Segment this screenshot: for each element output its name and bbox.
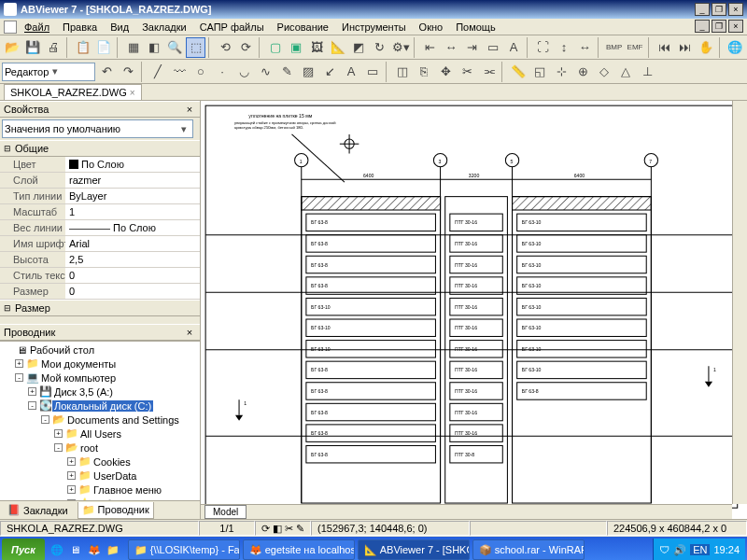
tree-node[interactable]: +📁All Users	[0, 427, 200, 441]
properties-close-icon[interactable]: ×	[183, 104, 196, 115]
menu-bookmarks[interactable]: Закладки	[136, 20, 192, 35]
menu-window[interactable]: Окно	[414, 20, 449, 35]
snap1-icon[interactable]: ⊹	[551, 62, 571, 82]
nav-icon[interactable]: ◧	[144, 37, 163, 58]
prop-row[interactable]: Стиль текста0	[0, 268, 200, 284]
sheet-tab-model[interactable]: Model	[204, 505, 247, 519]
text-icon[interactable]: A	[503, 37, 523, 58]
tree-node[interactable]: 🖥Рабочий стол	[0, 343, 200, 357]
cube-icon[interactable]: ◩	[349, 37, 369, 58]
open-icon[interactable]: 📂	[2, 37, 21, 58]
prop-row[interactable]: Размер0	[0, 284, 200, 300]
maximize-button[interactable]: ❐	[712, 3, 726, 16]
prop-value[interactable]: 2,5	[65, 252, 200, 267]
block-tool-icon[interactable]: ▭	[362, 62, 383, 82]
fith-icon[interactable]: ↔	[575, 37, 595, 58]
explorer-close-icon[interactable]: ×	[183, 327, 196, 338]
tree-toggle-icon[interactable]: -	[15, 373, 23, 382]
settings-icon[interactable]: ⚙▾	[391, 37, 411, 58]
redo-icon[interactable]: ↷	[118, 62, 138, 82]
ql-tc-icon[interactable]: 📁	[105, 541, 121, 558]
next-icon[interactable]: ⏭	[675, 37, 695, 58]
prop-value[interactable]: ———— По Слою	[65, 220, 200, 235]
editor-combo[interactable]: Редактор▾	[2, 63, 95, 81]
save-icon[interactable]: 💾	[22, 37, 42, 58]
move-icon[interactable]: ✥	[435, 62, 456, 82]
tree-toggle-icon[interactable]: +	[67, 485, 76, 494]
copytool-icon[interactable]: ⎘	[414, 62, 434, 82]
ql-firefox-icon[interactable]: 🦊	[86, 541, 103, 558]
taskbar-item[interactable]: 📁{\\LOSIK\temp} - Far	[128, 539, 240, 560]
tray-lang[interactable]: EN	[690, 544, 710, 555]
status-icon-4[interactable]: ✎	[296, 523, 304, 535]
grid-icon[interactable]: ▦	[123, 37, 143, 58]
tab-explorer[interactable]: 📁 Проводник	[78, 502, 154, 519]
mdi-maximize-button[interactable]: ❐	[712, 20, 726, 33]
mdi-close-button[interactable]: ×	[728, 20, 743, 33]
layer-icon[interactable]: ▢	[265, 37, 285, 58]
tree-toggle-icon[interactable]: +	[67, 471, 76, 480]
ql-ie-icon[interactable]: 🌐	[49, 541, 65, 558]
join-icon[interactable]: ⫘	[478, 62, 499, 82]
align-right-icon[interactable]: ⇥	[462, 37, 482, 58]
line-tool-icon[interactable]: ╱	[148, 62, 168, 82]
mdi-minimize-button[interactable]: _	[695, 20, 710, 33]
zoom-icon[interactable]: 🔍	[165, 37, 185, 58]
tray-icon-2[interactable]: 🔊	[673, 544, 686, 556]
start-button[interactable]: Пуск	[2, 539, 45, 560]
menu-help[interactable]: Помощь	[450, 20, 501, 35]
selection-combo[interactable]: Значения по умолчанию▾	[2, 119, 193, 138]
tree-node[interactable]: +📁UserData	[0, 469, 200, 483]
prop-value[interactable]: 1	[65, 204, 200, 219]
snap2-icon[interactable]: ⊕	[572, 62, 593, 82]
status-icon-3[interactable]: ✂	[285, 523, 293, 535]
circle-tool-icon[interactable]: ○	[190, 62, 211, 82]
tree-node[interactable]: -💽Локальный диск (C:)	[0, 399, 200, 413]
snap4-icon[interactable]: △	[615, 62, 636, 82]
break-icon[interactable]: ✂	[457, 62, 477, 82]
tree-node[interactable]: -📂Documents and Settings	[0, 413, 200, 427]
drawing-area[interactable]: 1357 640032006400 БГ 63-8БГ 63-8БГ 63-8Б…	[201, 101, 747, 519]
taskbar-item[interactable]: 📐ABViewer 7 - [SHKOLA...	[358, 539, 470, 560]
clipboard-icon[interactable]: 📄	[94, 37, 114, 58]
arc-tool-icon[interactable]: ◡	[233, 62, 254, 82]
prop-value[interactable]: 0	[65, 268, 200, 283]
tree-node[interactable]: -💻Мой компьютер	[0, 371, 200, 385]
file-tab-close-icon[interactable]: ×	[130, 88, 135, 98]
tree-toggle-icon[interactable]: +	[28, 387, 36, 396]
eraser-icon[interactable]: ◫	[392, 62, 413, 82]
tree-node[interactable]: +📁Мои документы	[0, 357, 200, 371]
tree-node[interactable]: -📂root	[0, 441, 200, 455]
ql-desktop-icon[interactable]: 🖥	[67, 541, 84, 558]
menu-file[interactable]: Файл	[19, 20, 55, 35]
align-left-icon[interactable]: ⇤	[420, 37, 440, 58]
tree-toggle-icon[interactable]: +	[54, 429, 63, 438]
texttool-icon[interactable]: A	[341, 62, 361, 82]
undo-icon[interactable]: ↶	[96, 62, 117, 82]
status-icon-1[interactable]: ⟳	[261, 523, 270, 535]
globe-icon[interactable]: 🌐	[726, 37, 745, 58]
menu-view[interactable]: Вид	[105, 20, 134, 35]
tree-toggle-icon[interactable]: -	[28, 401, 36, 410]
tab-bookmarks[interactable]: 📕 Закладки	[4, 502, 72, 518]
export-bmp-icon[interactable]: BMP	[604, 37, 624, 58]
layer2-icon[interactable]: ▣	[287, 37, 306, 58]
prop-row[interactable]: Слойrazmer	[0, 173, 200, 189]
prop-row[interactable]: Высота2,5	[0, 252, 200, 268]
fitw-icon[interactable]: ↕	[554, 37, 573, 58]
tree-node[interactable]: +💾Диск 3,5 (A:)	[0, 385, 200, 399]
prop-row[interactable]: Тип линииByLayer	[0, 189, 200, 204]
menu-cad[interactable]: САПР файлы	[194, 20, 270, 35]
curve-tool-icon[interactable]: ∿	[255, 62, 275, 82]
props-section-size[interactable]: Размер	[0, 300, 200, 316]
print-icon[interactable]: 🖨	[44, 37, 63, 58]
props-section-general[interactable]: Общие	[0, 140, 200, 157]
tree-toggle-icon[interactable]: +	[15, 359, 23, 368]
prop-value[interactable]: ByLayer	[65, 189, 200, 203]
align-center-icon[interactable]: ↔	[441, 37, 460, 58]
minimize-button[interactable]: _	[695, 3, 710, 16]
forward-icon[interactable]: ⟳	[236, 37, 256, 58]
prev-icon[interactable]: ⏮	[655, 37, 674, 58]
taskbar-item[interactable]: 🦊egetsite на localhost - p...	[243, 539, 355, 560]
prop-value[interactable]: Arial	[65, 236, 200, 251]
